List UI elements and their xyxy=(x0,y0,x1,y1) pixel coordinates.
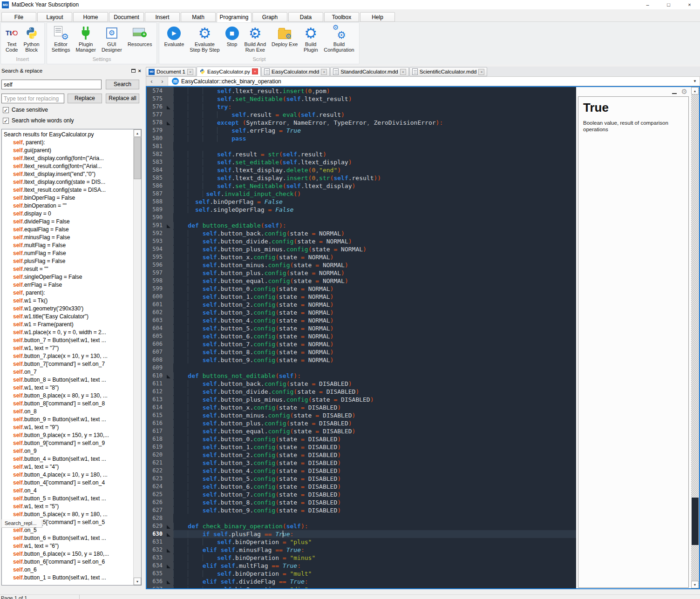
search-result-row[interactable]: self.ltext_result.config(font=("Arial... xyxy=(4,162,141,170)
panel-minimize-icon[interactable] xyxy=(672,90,677,94)
code-line[interactable]: 594 self.button_plus_minus.config(state … xyxy=(147,245,576,253)
search-result-row[interactable]: self.w1.geometry('290x330') xyxy=(4,305,141,313)
breadcrumb[interactable]: EasyCalculator::check_binary_operation xyxy=(181,78,281,85)
menu-tab-layout[interactable]: Layout xyxy=(37,12,72,22)
code-line[interactable]: 582 self.result = str(self.result) xyxy=(147,150,576,158)
ribbon-item-evaluate-step-by-step[interactable]: ⚙▶Evaluate Step By Step xyxy=(187,24,222,53)
search-result-row[interactable]: self.ltext_display.config(font=("Aria... xyxy=(4,155,141,162)
tab-close-icon[interactable]: × xyxy=(187,69,193,75)
search-result-row[interactable]: self.on_9 xyxy=(4,447,141,455)
code-line[interactable]: 584 self.ltext_display.delete(0,"end") xyxy=(147,166,576,174)
dock-tab-search-replace[interactable]: Search_repl... xyxy=(1,519,42,528)
search-button[interactable]: Search xyxy=(106,80,139,89)
code-line[interactable]: 583 self.set_editable(self.ltext_display… xyxy=(147,158,576,166)
ribbon-item-build-configuration[interactable]: ⚙⚙Build Configuration xyxy=(321,24,357,53)
ribbon-item-editor-settings[interactable]: ⚙Editor Settings xyxy=(49,24,73,53)
nav-back-icon[interactable]: ‹ xyxy=(150,78,152,85)
code-line[interactable]: 581 xyxy=(147,142,576,150)
search-result-row[interactable]: self.on_4 xyxy=(4,487,141,495)
search-result-row[interactable]: self.binOperation = "" xyxy=(4,202,141,210)
editor-scrollbar[interactable]: ▲ ▼ xyxy=(691,87,699,588)
code-line[interactable]: 614 self.button_x.config(state = DISABLE… xyxy=(147,404,576,411)
code-line[interactable]: 600 self.button_1.config(state = NORMAL) xyxy=(147,293,576,301)
ribbon-item-stop[interactable]: ■Stop xyxy=(223,24,242,47)
results-scroll-thumb[interactable] xyxy=(134,137,141,179)
code-line[interactable]: 624 self.button_6.config(state = DISABLE… xyxy=(147,483,576,491)
code-line[interactable]: 625 self.button_7.config(state = DISABLE… xyxy=(147,491,576,498)
tab-close-icon[interactable]: × xyxy=(321,69,327,75)
minimize-button[interactable]: – xyxy=(637,0,658,9)
doc-tab-easycalculator.py[interactable]: EasyCalculator.py× xyxy=(197,67,261,76)
ribbon-item-text-code[interactable]: Tt⁄OText Code xyxy=(3,24,20,53)
fold-marker-icon[interactable] xyxy=(167,525,170,529)
search-result-row[interactable]: self.button_7.place(x = 10, y = 130, ... xyxy=(4,352,141,360)
code-line[interactable]: 585 self.ltext_display.insert(0,str(self… xyxy=(147,174,576,182)
menu-tab-home[interactable]: Home xyxy=(73,12,108,22)
code-line[interactable]: 615 self.button_minus.config(state = DIS… xyxy=(147,411,576,419)
menu-tab-math[interactable]: Math xyxy=(181,12,216,22)
code-line[interactable]: 628 xyxy=(147,514,576,522)
search-result-row[interactable]: self.button_6['command'] = self.on_6 xyxy=(4,558,141,566)
code-line[interactable]: 593 self.button_divide.config(state = NO… xyxy=(147,237,576,245)
code-line[interactable]: 608 self.button_9.config(state = NORMAL) xyxy=(147,356,576,364)
menu-tab-programing[interactable]: Programing xyxy=(217,12,251,22)
code-line[interactable]: 579 self.errFlag = True xyxy=(147,127,576,135)
code-line[interactable]: 616 self.button_plus.config(state = DISA… xyxy=(147,419,576,427)
menu-tab-graph[interactable]: Graph xyxy=(252,12,287,22)
code-line[interactable]: 613 self.button_plus_minus.config(state … xyxy=(147,396,576,404)
code-line[interactable]: 636 elif self.divideFlag == True: xyxy=(147,578,576,586)
search-result-row[interactable]: self.equalFlag = False xyxy=(4,226,141,234)
doc-tab-scientificcalculator.mdd[interactable]: ScientificCalculator.mdd× xyxy=(409,67,488,76)
code-line[interactable]: 631 self.binOperation = "plus" xyxy=(147,538,576,546)
replace-input[interactable] xyxy=(1,94,64,103)
search-result-row[interactable]: self.w1 = Tk() xyxy=(4,297,141,305)
editor-scroll-down-icon[interactable]: ▼ xyxy=(691,581,699,588)
search-result-row[interactable]: self.on_6 xyxy=(4,566,141,574)
code-line[interactable]: 587 self.invalid_input_check() xyxy=(147,190,576,198)
code-line[interactable]: 606 self.button_7.config(state = NORMAL) xyxy=(147,340,576,348)
code-line[interactable]: 588 self.binOperFlag = False xyxy=(147,198,576,206)
whole-words-checkbox[interactable]: ✓ xyxy=(3,118,9,124)
search-result-row[interactable]: self.button_9['command'] = self.on_9 xyxy=(4,439,141,447)
code-line[interactable]: 586 self.set_Neditable(self.ltext_displa… xyxy=(147,182,576,190)
search-result-row[interactable]: self.w1, text = "6") xyxy=(4,542,141,550)
code-line[interactable]: 599 self.button_0.config(state = NORMAL) xyxy=(147,285,576,293)
doc-tab-document-1[interactable]: MDDocument 1× xyxy=(146,67,196,76)
code-line[interactable]: 607 self.button_8.config(state = NORMAL) xyxy=(147,348,576,356)
code-line[interactable]: 621 self.button_3.config(state = DISABLE… xyxy=(147,459,576,467)
search-result-row[interactable]: self.w1, text = "7") xyxy=(4,344,141,352)
search-result-row[interactable]: self.button_5 = Button(self.w1, text ... xyxy=(4,495,141,503)
code-line[interactable]: 626 self.button_8.config(state = DISABLE… xyxy=(147,498,576,506)
code-line[interactable]: 605 self.button_6.config(state = NORMAL) xyxy=(147,332,576,340)
code-line[interactable]: 623 self.button_5.config(state = DISABLE… xyxy=(147,475,576,483)
search-result-row[interactable]: self.button_6 = Button(self.w1, text ... xyxy=(4,534,141,542)
search-result-row[interactable]: self.w1, text = "8") xyxy=(4,384,141,392)
code-line[interactable]: 612 self.button_divide.config(state = DI… xyxy=(147,388,576,396)
search-result-row[interactable]: self.ltext_display.config(state = DIS... xyxy=(4,178,141,186)
search-result-row[interactable]: self.w1, text = "9") xyxy=(4,424,141,431)
search-result-row[interactable]: self.divideFlag = False xyxy=(4,218,141,226)
results-scrollbar[interactable]: ▲ ▼ xyxy=(133,129,141,585)
search-result-row[interactable]: self.button_8.place(x = 80, y = 130, ... xyxy=(4,392,141,400)
search-result-row[interactable]: self.multFlag = False xyxy=(4,242,141,249)
fold-marker-icon[interactable] xyxy=(167,580,170,584)
ribbon-item-python-block[interactable]: Python Block xyxy=(20,24,42,53)
search-result-row[interactable]: self.button_6.place(x = 150, y = 180,... xyxy=(4,550,141,558)
tab-close-icon[interactable]: × xyxy=(252,68,258,74)
code-line[interactable]: 596 self.button_minus.config(state = NOR… xyxy=(147,261,576,269)
code-area[interactable]: 574 self.ltext_result.insert(0,pom)575 s… xyxy=(147,87,576,588)
breadcrumb-dropdown-icon[interactable]: ▼ xyxy=(693,79,697,83)
code-line[interactable]: 601 self.button_2.config(state = NORMAL) xyxy=(147,301,576,309)
code-line[interactable]: 629 def check_binary_operation(self): xyxy=(147,522,576,530)
fold-marker-icon[interactable] xyxy=(167,549,170,552)
editor-scroll-thumb[interactable] xyxy=(691,497,699,545)
search-result-row[interactable]: self.w1, text = "4") xyxy=(4,463,141,471)
search-result-row[interactable]: self.display = 0 xyxy=(4,210,141,218)
editor-scroll-up-icon[interactable]: ▲ xyxy=(691,87,699,94)
code-line[interactable]: 619 self.button_1.config(state = DISABLE… xyxy=(147,443,576,451)
search-input[interactable] xyxy=(1,80,102,89)
doc-tab-standardcalculator.mdd[interactable]: StandardCalculator.mdd× xyxy=(330,67,408,76)
code-line[interactable]: 598 self.button_equal.config(state = NOR… xyxy=(147,277,576,285)
maximize-button[interactable]: □ xyxy=(658,0,679,9)
search-result-row[interactable]: self.plusFlag = False xyxy=(4,257,141,265)
